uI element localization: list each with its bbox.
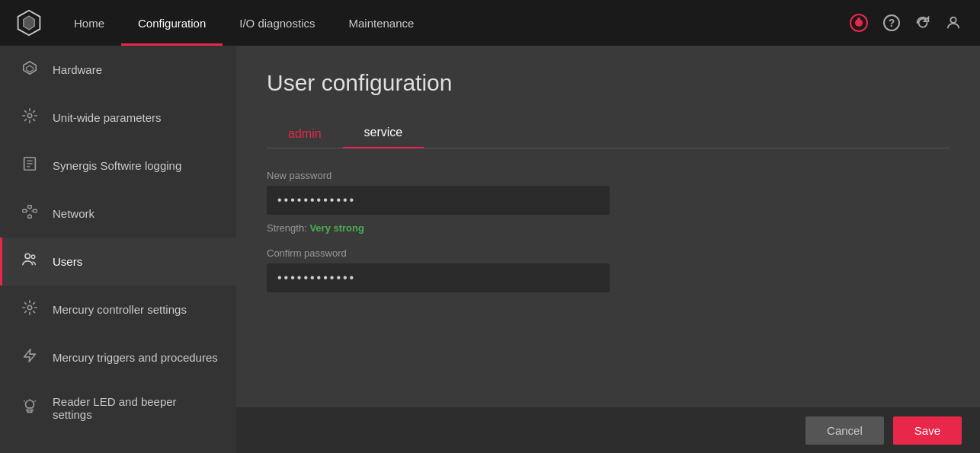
sidebar-item-hardware[interactable]: Hardware xyxy=(0,46,236,94)
nav-right: ? xyxy=(849,13,980,33)
svg-point-7 xyxy=(950,18,956,23)
content-area: User configuration admin service New pas… xyxy=(236,46,980,453)
hardware-icon xyxy=(21,59,39,80)
svg-rect-16 xyxy=(34,209,37,212)
tabs-row: admin service xyxy=(267,117,950,148)
reader-led-icon xyxy=(21,398,39,419)
svg-rect-15 xyxy=(28,215,32,219)
mercury-triggers-icon xyxy=(21,347,39,368)
svg-line-26 xyxy=(34,400,35,401)
sidebar-label-unit-wide: Unit-wide parameters xyxy=(53,111,162,124)
nav-items: Home Configuration I/O diagnostics Maint… xyxy=(57,0,849,46)
sidebar-item-users[interactable]: Users xyxy=(0,238,236,286)
sidebar-item-softwire-logging[interactable]: Synergis Softwire logging xyxy=(0,142,236,190)
refresh-icon[interactable] xyxy=(914,14,931,31)
sidebar: Hardware Unit-wide parameters Synerg xyxy=(0,46,236,453)
svg-point-8 xyxy=(27,113,32,118)
confirm-password-input[interactable] xyxy=(267,263,610,292)
new-password-input[interactable] xyxy=(267,186,610,215)
new-password-label: New password xyxy=(267,170,610,181)
sidebar-label-users: Users xyxy=(53,255,82,268)
sidebar-item-reader-led[interactable]: Reader LED and beeper settings xyxy=(0,381,236,435)
mercury-ctrl-icon xyxy=(21,299,39,320)
nav-item-configuration[interactable]: Configuration xyxy=(121,0,223,46)
user-config-form: New password Strength: Very strong Confi… xyxy=(267,170,610,300)
sidebar-label-mercury-ctrl: Mercury controller settings xyxy=(53,303,187,316)
page-title: User configuration xyxy=(267,70,950,96)
svg-point-23 xyxy=(27,305,32,310)
network-icon xyxy=(21,203,39,224)
users-icon xyxy=(21,251,39,272)
svg-rect-13 xyxy=(23,209,27,212)
sidebar-item-network[interactable]: Network xyxy=(0,190,236,238)
strength-value: Very strong xyxy=(309,222,364,234)
strength-row: Strength: Very strong xyxy=(267,222,610,234)
save-button[interactable]: Save xyxy=(893,416,962,445)
help-icon[interactable]: ? xyxy=(882,14,901,32)
strength-label: Strength: xyxy=(267,222,307,234)
svg-text:?: ? xyxy=(889,17,895,29)
topnav: Home Configuration I/O diagnostics Maint… xyxy=(0,0,980,46)
notification-icon[interactable] xyxy=(849,13,869,33)
svg-point-4 xyxy=(857,18,860,21)
nav-item-home[interactable]: Home xyxy=(57,0,121,46)
nav-item-io-diagnostics[interactable]: I/O diagnostics xyxy=(223,0,331,46)
nav-item-maintenance[interactable]: Maintenance xyxy=(331,0,431,46)
user-icon[interactable] xyxy=(945,14,962,31)
svg-marker-1 xyxy=(23,16,34,30)
tab-service[interactable]: service xyxy=(343,118,424,148)
content-main: User configuration admin service New pas… xyxy=(236,46,980,407)
logo[interactable] xyxy=(8,0,50,46)
sidebar-item-unit-wide-parameters[interactable]: Unit-wide parameters xyxy=(0,94,236,142)
svg-rect-14 xyxy=(28,206,32,209)
sidebar-label-hardware: Hardware xyxy=(53,63,102,76)
svg-point-21 xyxy=(25,254,30,258)
softwire-logging-icon xyxy=(21,155,39,176)
sidebar-label-softwire: Synergis Softwire logging xyxy=(53,159,181,172)
sidebar-item-mercury-triggers[interactable]: Mercury triggers and procedures xyxy=(0,333,236,381)
content-footer: Cancel Save xyxy=(236,407,980,453)
sidebar-label-reader-led: Reader LED and beeper settings xyxy=(53,395,218,421)
svg-line-25 xyxy=(24,400,24,401)
svg-point-22 xyxy=(31,255,35,259)
main-layout: Hardware Unit-wide parameters Synerg xyxy=(0,46,980,453)
unit-wide-params-icon xyxy=(21,107,39,128)
tab-admin[interactable]: admin xyxy=(267,120,343,148)
cancel-button[interactable]: Cancel xyxy=(805,416,884,445)
sidebar-label-network: Network xyxy=(53,207,94,220)
sidebar-label-mercury-triggers: Mercury triggers and procedures xyxy=(53,351,218,364)
confirm-password-label: Confirm password xyxy=(267,247,610,259)
sidebar-item-mercury-controller-settings[interactable]: Mercury controller settings xyxy=(0,286,236,333)
